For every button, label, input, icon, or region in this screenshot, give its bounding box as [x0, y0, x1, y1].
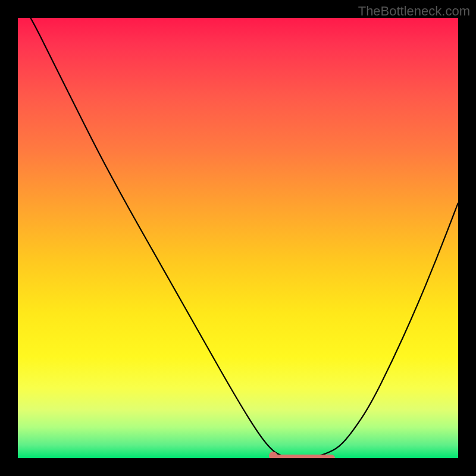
chart-container: TheBottleneck.com — [0, 0, 476, 476]
plot-area — [18, 18, 458, 458]
bottleneck-curve — [18, 18, 458, 458]
highlight-band — [273, 455, 335, 458]
watermark-text: TheBottleneck.com — [358, 4, 470, 19]
